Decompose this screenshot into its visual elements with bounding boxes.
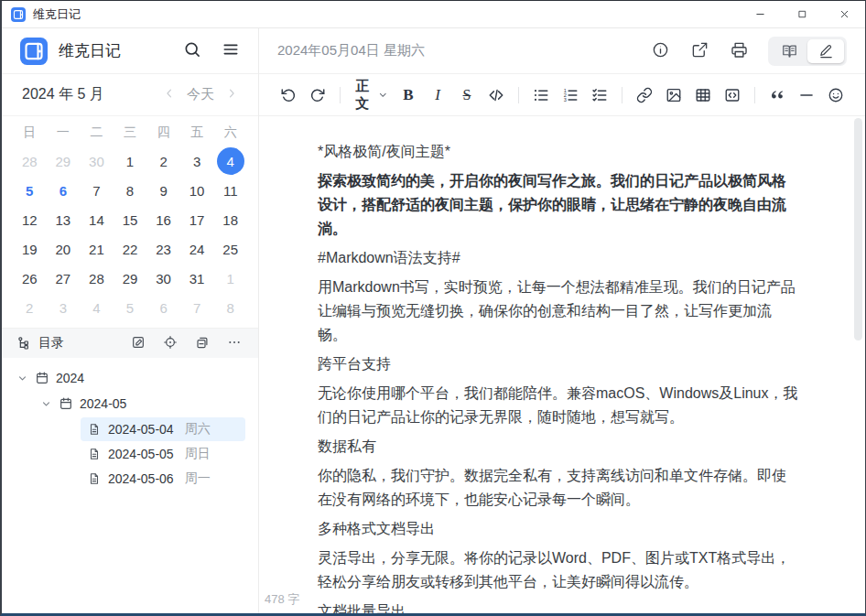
calendar-day[interactable]: 5 bbox=[114, 293, 147, 322]
calendar-day[interactable]: 6 bbox=[146, 293, 180, 322]
calendar-day[interactable]: 30 bbox=[80, 146, 114, 176]
calendar-day[interactable]: 29 bbox=[114, 264, 147, 293]
bold-button[interactable]: B bbox=[395, 81, 421, 109]
calendar-day[interactable]: 3 bbox=[180, 146, 214, 176]
ordered-list-button[interactable]: 123 bbox=[557, 81, 583, 109]
info-button[interactable] bbox=[652, 41, 669, 61]
calendar-day[interactable]: 22 bbox=[114, 234, 147, 264]
image-button[interactable] bbox=[661, 81, 687, 109]
calendar-day[interactable]: 3 bbox=[47, 293, 81, 322]
calendar-day[interactable]: 7 bbox=[80, 176, 114, 205]
minimize-button[interactable] bbox=[739, 1, 781, 27]
calendar-day[interactable]: 2 bbox=[146, 146, 180, 176]
table-button[interactable] bbox=[690, 81, 716, 109]
editor-content[interactable]: *风格极简/夜间主题*探索极致简约的美，开启你的夜间写作之旅。我们的日记产品以极… bbox=[259, 116, 865, 613]
tree-folder-2024[interactable]: 2024 bbox=[2, 365, 258, 391]
calendar-day[interactable]: 31 bbox=[180, 264, 214, 293]
task-list-button[interactable] bbox=[587, 81, 612, 109]
tree-file-2024-05-04[interactable]: 2024-05-04周六 bbox=[81, 417, 245, 441]
calendar-day[interactable]: 28 bbox=[80, 264, 114, 293]
strikethrough-button[interactable]: S bbox=[454, 81, 480, 109]
calendar-day[interactable]: 28 bbox=[13, 146, 47, 176]
calendar-day[interactable]: 1 bbox=[114, 146, 147, 176]
editor-paragraph[interactable]: 你的隐私，我们守护。数据完全私有，支持离线访问和单文件存储。即使在没有网络的环境… bbox=[318, 464, 799, 512]
file-icon bbox=[88, 448, 101, 460]
edit-mode-button[interactable] bbox=[807, 39, 844, 63]
tree-file-2024-05-06[interactable]: 2024-05-06周一 bbox=[81, 467, 245, 491]
calendar-day[interactable]: 8 bbox=[114, 176, 147, 205]
print-button[interactable] bbox=[731, 41, 748, 61]
app-window: 维克日记 维克日记 2024 年 5 月 今天 日一二三四五六 28293012… bbox=[0, 0, 866, 616]
calendar-day[interactable]: 24 bbox=[180, 234, 214, 264]
calendar-day[interactable]: 8 bbox=[213, 293, 247, 322]
calendar-day[interactable]: 5 bbox=[13, 176, 47, 205]
more-button[interactable] bbox=[227, 335, 242, 352]
blockquote-button[interactable] bbox=[764, 81, 790, 109]
editor-paragraph[interactable]: 数据私有 bbox=[318, 435, 799, 459]
calendar-month-label: 2024 年 5 月 bbox=[22, 85, 104, 104]
tree-folder-2024-05[interactable]: 2024-05 bbox=[2, 391, 258, 416]
read-mode-button[interactable] bbox=[771, 39, 807, 63]
calendar-day[interactable]: 19 bbox=[13, 234, 47, 264]
editor-paragraph[interactable]: 用Markdown书写，实时预览，让每一个想法都精准呈现。我们的日记产品让编辑与… bbox=[318, 276, 799, 347]
calendar-day[interactable]: 23 bbox=[146, 234, 180, 264]
close-button[interactable] bbox=[823, 1, 865, 27]
editor-paragraph[interactable]: 无论你使用哪个平台，我们都能陪伴。兼容macOS、Windows及Linux，我… bbox=[318, 382, 799, 429]
calendar-day[interactable]: 10 bbox=[180, 176, 214, 205]
editor-paragraph[interactable]: 跨平台支持 bbox=[318, 352, 799, 376]
paragraph-style-button[interactable]: 正文 bbox=[350, 81, 392, 109]
bullet-list-button[interactable] bbox=[528, 81, 554, 109]
calendar-day[interactable]: 15 bbox=[114, 205, 147, 234]
maximize-button[interactable] bbox=[781, 1, 823, 27]
calendar-day[interactable]: 12 bbox=[13, 205, 47, 234]
editor-paragraph[interactable]: 探索极致简约的美，开启你的夜间写作之旅。我们的日记产品以极简风格设计，搭配舒适的… bbox=[318, 169, 799, 241]
calendar-day[interactable]: 7 bbox=[180, 293, 214, 322]
editor-paragraph[interactable]: #Markdown语法支持# bbox=[318, 246, 799, 270]
calendar-day[interactable]: 17 bbox=[180, 205, 214, 234]
calendar-day[interactable]: 9 bbox=[146, 176, 180, 205]
calendar-day[interactable]: 26 bbox=[13, 264, 47, 293]
code-block-button[interactable] bbox=[720, 81, 745, 109]
next-month-button[interactable] bbox=[225, 87, 238, 103]
toolbar-divider bbox=[754, 87, 755, 103]
redo-button[interactable] bbox=[305, 81, 330, 109]
menu-button[interactable] bbox=[222, 40, 240, 61]
export-button[interactable] bbox=[691, 41, 709, 61]
calendar-day[interactable]: 2 bbox=[13, 293, 47, 322]
calendar-day[interactable]: 11 bbox=[213, 176, 247, 205]
calendar-day[interactable]: 27 bbox=[47, 264, 81, 293]
tree-file-2024-05-05[interactable]: 2024-05-05周日 bbox=[81, 442, 245, 466]
calendar-day[interactable]: 4 bbox=[80, 293, 114, 322]
calendar-day[interactable]: 6 bbox=[47, 176, 81, 205]
calendar-day[interactable]: 21 bbox=[80, 234, 114, 264]
link-button[interactable] bbox=[632, 81, 657, 109]
calendar-day[interactable]: 18 bbox=[213, 205, 247, 234]
italic-button[interactable]: I bbox=[425, 81, 450, 109]
emoji-button[interactable] bbox=[823, 81, 849, 109]
collapse-all-button[interactable] bbox=[195, 335, 210, 352]
undo-button[interactable] bbox=[276, 81, 301, 109]
calendar-day[interactable]: 4 bbox=[213, 146, 247, 176]
editor-paragraph[interactable]: 多种格式文档导出 bbox=[318, 517, 799, 541]
weekday-label: 日 bbox=[13, 119, 47, 146]
new-note-button[interactable] bbox=[131, 335, 146, 352]
editor-paragraph[interactable]: *风格极简/夜间主题* bbox=[318, 140, 799, 164]
calendar-day[interactable]: 13 bbox=[47, 205, 81, 234]
calendar-day[interactable]: 1 bbox=[213, 264, 247, 293]
search-button[interactable] bbox=[183, 40, 201, 61]
locate-button[interactable] bbox=[163, 335, 178, 352]
calendar-day[interactable]: 30 bbox=[146, 264, 180, 293]
inline-code-button[interactable] bbox=[483, 81, 509, 109]
calendar-day[interactable]: 29 bbox=[47, 146, 81, 176]
horizontal-rule-button[interactable] bbox=[794, 81, 819, 109]
calendar-day[interactable]: 25 bbox=[213, 234, 247, 264]
editor-paragraph[interactable]: 灵活导出，分享无限。将你的记录以Word、PDF、图片或TXT格式导出，轻松分享… bbox=[318, 546, 799, 594]
prev-month-button[interactable] bbox=[163, 87, 176, 103]
calendar-day[interactable]: 20 bbox=[47, 234, 81, 264]
calendar-day[interactable]: 14 bbox=[80, 205, 114, 234]
calendar-day[interactable]: 16 bbox=[146, 205, 180, 234]
scrollbar-thumb[interactable] bbox=[854, 118, 862, 340]
titlebar[interactable]: 维克日记 bbox=[2, 1, 865, 28]
today-button[interactable]: 今天 bbox=[187, 86, 214, 103]
editor-paragraph[interactable]: 文档批量导出 bbox=[318, 600, 799, 613]
